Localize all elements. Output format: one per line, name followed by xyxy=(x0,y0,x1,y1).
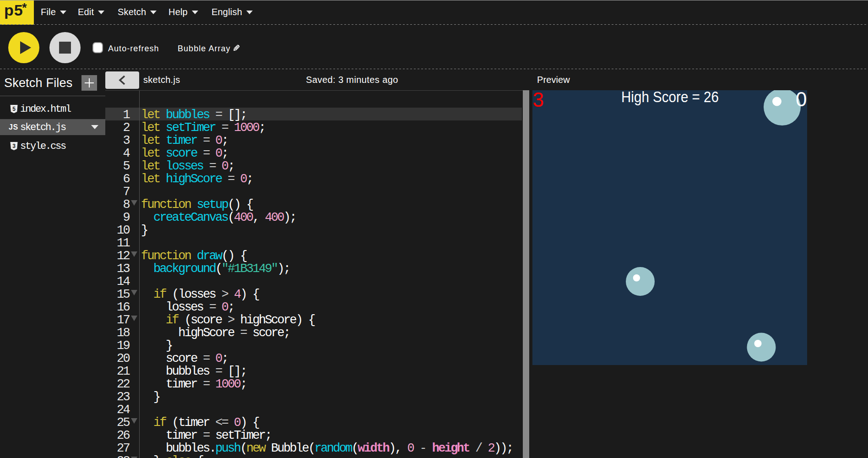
svg-text:3: 3 xyxy=(533,90,544,111)
svg-text:3: 3 xyxy=(12,142,16,149)
svg-text:0: 0 xyxy=(796,90,807,110)
svg-text:5: 5 xyxy=(12,105,16,112)
svg-text:High Score = 26: High Score = 26 xyxy=(621,90,719,105)
